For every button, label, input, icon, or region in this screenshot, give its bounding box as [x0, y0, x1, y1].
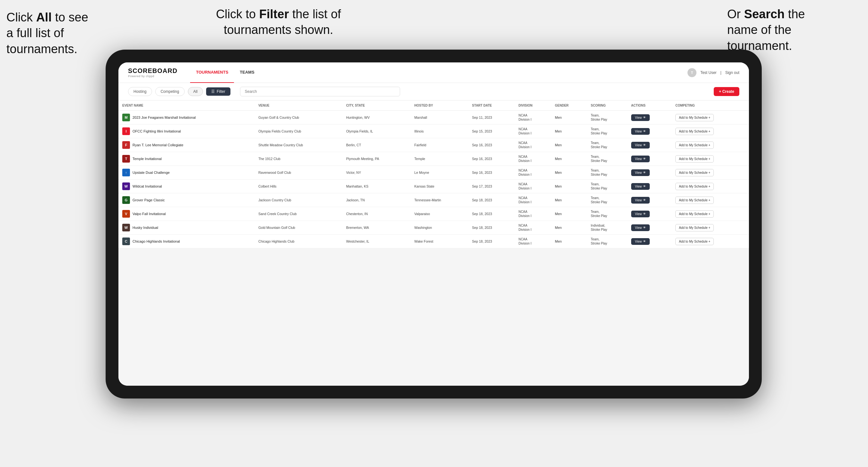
scoring-cell-5: Team,Stroke Play: [587, 166, 627, 180]
city-cell-10: Westchester, IL: [342, 235, 410, 248]
sign-out-link[interactable]: Sign out: [725, 70, 739, 75]
scoring-cell-6: Team,Stroke Play: [587, 180, 627, 193]
table-row: C Chicago Highlands Invitational Chicago…: [118, 235, 749, 248]
nav-teams[interactable]: TEAMS: [234, 62, 260, 83]
city-cell-4: Plymouth Meeting, PA: [342, 152, 410, 166]
view-button-9[interactable]: View 👁: [631, 224, 650, 231]
competing-cell-4: Add to My Schedule +: [672, 152, 749, 166]
venue-cell-10: Chicago Highlands Club: [254, 235, 342, 248]
division-cell-8: NCAADivision I: [515, 207, 551, 221]
view-button-1[interactable]: View 👁: [631, 114, 650, 121]
table-row: G Grover Page Classic Jackson Country Cl…: [118, 193, 749, 207]
col-hosted-by: HOSTED BY: [411, 100, 468, 111]
annotation-all: Click All to seea full list oftournament…: [6, 9, 109, 57]
add-schedule-button-3[interactable]: Add to My Schedule +: [675, 142, 714, 149]
annotation-filter: Click to Filter the list oftournaments s…: [186, 6, 371, 38]
scoring-cell-3: Team,Stroke Play: [587, 138, 627, 152]
city-cell-1: Huntington, WV: [342, 111, 410, 125]
add-schedule-button-6[interactable]: Add to My Schedule +: [675, 183, 714, 190]
gender-cell-1: Men: [551, 111, 587, 125]
city-cell-3: Berlin, CT: [342, 138, 410, 152]
tab-hosting[interactable]: Hosting: [128, 87, 152, 96]
event-name-cell-4: T Temple Invitational: [118, 152, 254, 166]
logo-sub: Powered by clippd: [128, 74, 177, 78]
add-schedule-button-8[interactable]: Add to My Schedule +: [675, 210, 714, 218]
logo-text: SCOREBOARD: [128, 67, 177, 74]
tournaments-table: EVENT NAME VENUE CITY, STATE HOSTED BY S…: [118, 100, 749, 248]
annotation-search: Or Search thename of thetournament.: [727, 6, 862, 54]
tab-competing[interactable]: Competing: [155, 87, 185, 96]
search-input[interactable]: [240, 87, 400, 96]
view-button-5[interactable]: View 👁: [631, 169, 650, 176]
actions-cell-5: View 👁: [627, 166, 672, 180]
gender-cell-10: Men: [551, 235, 587, 248]
scoring-cell-1: Team,Stroke Play: [587, 111, 627, 125]
col-actions: ACTIONS: [627, 100, 672, 111]
event-name-cell-9: W Husky Individual: [118, 221, 254, 235]
nav-tournaments[interactable]: TOURNAMENTS: [190, 62, 234, 83]
tablet-frame: SCOREBOARD Powered by clippd TOURNAMENTS…: [105, 50, 762, 399]
venue-cell-4: The 1912 Club: [254, 152, 342, 166]
competing-cell-7: Add to My Schedule +: [672, 193, 749, 207]
actions-cell-9: View 👁: [627, 221, 672, 235]
competing-cell-1: Add to My Schedule +: [672, 111, 749, 125]
gender-cell-5: Men: [551, 166, 587, 180]
city-cell-6: Manhattan, KS: [342, 180, 410, 193]
add-schedule-button-7[interactable]: Add to My Schedule +: [675, 196, 714, 204]
add-schedule-button-5[interactable]: Add to My Schedule +: [675, 169, 714, 176]
hosted-cell-1: Marshall: [411, 111, 468, 125]
add-schedule-button-1[interactable]: Add to My Schedule +: [675, 114, 714, 121]
col-division: DIVISION: [515, 100, 551, 111]
add-schedule-button-2[interactable]: Add to My Schedule +: [675, 128, 714, 135]
view-button-7[interactable]: View 👁: [631, 197, 650, 204]
division-cell-7: NCAADivision I: [515, 193, 551, 207]
main-nav: TOURNAMENTS TEAMS: [190, 62, 260, 83]
gender-cell-3: Men: [551, 138, 587, 152]
add-schedule-button-10[interactable]: Add to My Schedule +: [675, 238, 714, 245]
col-event-name: EVENT NAME: [118, 100, 254, 111]
venue-cell-2: Olympia Fields Country Club: [254, 125, 342, 138]
venue-cell-8: Sand Creek Country Club: [254, 207, 342, 221]
table-container: EVENT NAME VENUE CITY, STATE HOSTED BY S…: [118, 100, 749, 386]
actions-cell-3: View 👁: [627, 138, 672, 152]
venue-cell-3: Shuttle Meadow Country Club: [254, 138, 342, 152]
view-button-3[interactable]: View 👁: [631, 142, 650, 149]
scoring-cell-4: Team,Stroke Play: [587, 152, 627, 166]
filter-button[interactable]: ☰ Filter: [206, 87, 230, 96]
search-box: [240, 87, 400, 96]
city-cell-9: Bremerton, WA: [342, 221, 410, 235]
tab-all[interactable]: All: [188, 87, 203, 96]
division-cell-6: NCAADivision I: [515, 180, 551, 193]
actions-cell-7: View 👁: [627, 193, 672, 207]
date-cell-2: Sep 15, 2023: [468, 125, 515, 138]
table-row: W Husky Individual Gold Mountain Golf Cl…: [118, 221, 749, 235]
actions-cell-4: View 👁: [627, 152, 672, 166]
date-cell-4: Sep 16, 2023: [468, 152, 515, 166]
gender-cell-4: Men: [551, 152, 587, 166]
col-scoring: SCORING: [587, 100, 627, 111]
view-button-2[interactable]: View 👁: [631, 128, 650, 135]
col-gender: GENDER: [551, 100, 587, 111]
competing-cell-3: Add to My Schedule +: [672, 138, 749, 152]
gender-cell-2: Men: [551, 125, 587, 138]
scoring-cell-2: Team,Stroke Play: [587, 125, 627, 138]
logo-area: SCOREBOARD Powered by clippd: [128, 67, 177, 78]
hosted-cell-2: Illinois: [411, 125, 468, 138]
divider: |: [720, 70, 721, 75]
competing-cell-5: Add to My Schedule +: [672, 166, 749, 180]
view-button-6[interactable]: View 👁: [631, 183, 650, 190]
date-cell-7: Sep 18, 2023: [468, 193, 515, 207]
event-name-cell-5: ↑ Upstate Dual Challenge: [118, 166, 254, 180]
city-cell-2: Olympia Fields, IL: [342, 125, 410, 138]
view-button-4[interactable]: View 👁: [631, 156, 650, 162]
add-schedule-button-9[interactable]: Add to My Schedule +: [675, 224, 714, 231]
create-button[interactable]: + Create: [714, 87, 739, 96]
table-row: F Ryan T. Lee Memorial Collegiate Shuttl…: [118, 138, 749, 152]
view-button-8[interactable]: View 👁: [631, 211, 650, 217]
add-schedule-button-4[interactable]: Add to My Schedule +: [675, 155, 714, 163]
view-button-10[interactable]: View 👁: [631, 238, 650, 245]
event-name-cell-8: V Valpo Fall Invitational: [118, 207, 254, 221]
hosted-cell-10: Wake Forest: [411, 235, 468, 248]
scoring-cell-8: Team,Stroke Play: [587, 207, 627, 221]
division-cell-3: NCAADivision I: [515, 138, 551, 152]
